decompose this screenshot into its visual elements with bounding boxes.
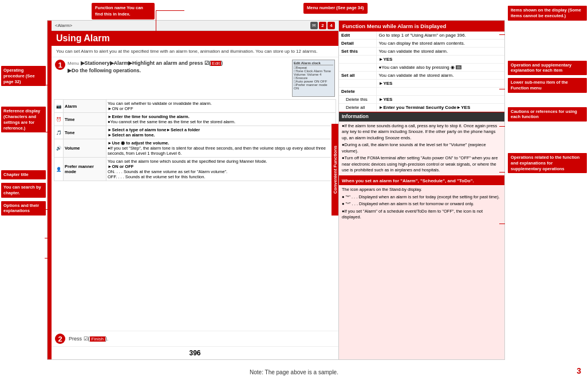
doc-table-area: 📷 Alarm You can set whether to validate … [52, 99, 338, 331]
menu-row-delete: Delete [339, 88, 504, 96]
menu-label-empty2 [339, 64, 376, 72]
row-icon: 🔊 [54, 139, 64, 158]
row-desc: ►Enter the time for sounding the alarm.●… [106, 113, 336, 126]
step2-row: 2 Press ☑(Finish). [52, 331, 338, 346]
phone-screen-mock: Edit Alarm clock □Repeat □Tone Clock Ala… [292, 60, 335, 97]
table-row: 👤 Prefer manner mode You can set the ala… [54, 158, 336, 181]
edit-button-icon: Edit [211, 61, 221, 66]
conn-search [45, 238, 52, 238]
page-number: 396 [52, 346, 338, 359]
when-bullet-1: ● "*" . . . Displayed when an alarm is s… [342, 194, 502, 201]
row-desc: ►Select a type of alarm tone►Select a fo… [106, 126, 336, 139]
when-set-alarm-intro: The icon appears on the Stand-by display… [342, 187, 502, 193]
step2-text: Press ☑(Finish). [69, 336, 108, 342]
left-annotations: Operating procedure (See page 32) Refere… [1, 66, 46, 216]
doc-intro: You can set Alarm to alert you at the sp… [52, 46, 338, 57]
conn-lower-sub [499, 126, 505, 127]
row-icon: 👤 [54, 158, 64, 181]
menu-desc-deleteall: ►Enter you Terminal Security Code►YES [376, 104, 504, 112]
table-row: 📷 Alarm You can set whether to validate … [54, 100, 336, 113]
alarm-tag: <Alarm> [55, 23, 72, 28]
annotation-chapter-title: Chapter title [1, 170, 46, 179]
doc-panel: <Alarm> ✉ 2 4 Using Alarm [52, 21, 338, 359]
row-label: Alarm [64, 100, 106, 113]
information-header: Information [339, 112, 504, 122]
row-desc: ►Use ◉ to adjust the volume.●If you set … [106, 139, 336, 158]
when-bullet-2: ● "^" . . . Displayed when an alarm is s… [342, 201, 502, 207]
menu-desc-deletethis: ►YES [376, 96, 504, 104]
connector-v1 [156, 10, 156, 39]
row-desc: You can set whether to validate or inval… [106, 100, 336, 113]
when-set-alarm-header: When you set an alarm for "Alarm", "Sche… [339, 177, 504, 185]
step1-text: Menu ▶Stationery▶Alarm▶Highlight an alar… [68, 60, 290, 74]
menu-label-setall: Set all [339, 72, 376, 80]
menu-desc-setthis: You can validate the stored alarm. [376, 48, 504, 56]
annotation-lower-sub-menu: Lower sub-menu item of the Function menu [508, 78, 587, 93]
menu-label-setthis: Set this [339, 48, 376, 56]
icon-envelope: ✉ [310, 22, 318, 29]
menu-desc-setall: You can validate all the stored alarm. [376, 72, 504, 80]
table-row: 🔊 Volume ►Use ◉ to adjust the volume.●If… [54, 139, 336, 158]
main-content-area: <Alarm> ✉ 2 4 Using Alarm [47, 20, 505, 360]
annotation-search-by-chapter: You can search by chapter. [1, 183, 46, 198]
info-bullet-3: ●Turn off the FOMA terminal after settin… [342, 155, 502, 174]
step2-number: 2 [55, 334, 65, 344]
menu-desc-delete [376, 88, 504, 96]
icon-4: 4 [327, 22, 335, 29]
step1-number: 1 [55, 60, 65, 70]
connector-h1 [156, 10, 184, 11]
menu-label-deleteall: Delete all [339, 104, 376, 112]
table-row: ⏰ Time ►Enter the time for sounding the … [54, 113, 336, 126]
menu-label-delete: Delete [339, 88, 376, 96]
menu-label-edit: Edit [339, 32, 376, 40]
menu-row-edit: Edit Go to step 1 of "Using Alarm" on pa… [339, 32, 504, 40]
bottom-note: Note: The page above is a sample. [0, 369, 588, 375]
row-label: Tone [64, 126, 106, 139]
annotation-operation-explanation: Operation and supplementary explanation … [508, 61, 587, 76]
annotation-options: Options and their explanations [1, 201, 46, 216]
page-container: Operating procedure (See page 32) Refere… [0, 0, 588, 380]
menu-desc-also: ●You can validate also by pressing ◉ m [376, 64, 504, 72]
page-number-br: 3 [577, 366, 581, 375]
annotation-cautions: Cautions or references for using each fu… [508, 107, 587, 122]
doc-title: Using Alarm [56, 33, 110, 44]
menu-row-detail: Detail You can display the stored alarm … [339, 40, 504, 48]
alarm-tag-row: <Alarm> ✉ 2 4 [52, 21, 338, 31]
annotation-items-shown: Items shown on the display (Some items c… [508, 6, 587, 21]
menu-row-setthis: Set this You can validate the stored ala… [339, 48, 504, 56]
menu-row-setthis-also: ●You can validate also by pressing ◉ m [339, 64, 504, 72]
when-bullet-3: ●If you set "Alarm" of a schedule event/… [342, 209, 502, 221]
annotation-reference-display: Reference display (Characters and settin… [1, 107, 46, 132]
conn-items [499, 34, 505, 35]
title-bar: Using Alarm [52, 31, 338, 46]
function-table: 📷 Alarm You can set whether to validate … [54, 99, 336, 181]
finish-button-icon: Finish [90, 336, 105, 342]
icon-2: 2 [319, 22, 326, 29]
annotation-menu-number: Menu number (See page 34) [303, 3, 368, 14]
menu-row-setall: Set all You can validate all the stored … [339, 72, 504, 80]
menu-row-deleteall: Delete all ►Enter you Terminal Security … [339, 104, 504, 112]
table-row: 🎵 Tone ►Select a type of alarm tone►Sele… [54, 126, 336, 139]
row-label: Prefer manner mode [64, 158, 106, 181]
convenient-functions-label: Convenient Functions [332, 124, 338, 216]
step1-row: 1 Menu ▶Stationery▶Alarm▶Highlight an al… [52, 57, 338, 99]
menu-label-empty [339, 56, 376, 64]
information-box: Information ●If the alarm tone sounds du… [339, 112, 504, 176]
row-icon: ⏰ [54, 113, 64, 126]
conn-cautions [499, 172, 505, 173]
conn-ops-related [499, 224, 505, 224]
function-menu-header: Function Menu while Alarm is Displayed [339, 21, 504, 32]
conn-oper-exp [499, 89, 505, 89]
annotation-operating-procedure: Operating procedure (See page 32) [1, 66, 46, 86]
menu-row-setall-yes: ►YES [339, 80, 504, 88]
function-menu-table: Edit Go to step 1 of "Using Alarm" on pa… [339, 32, 504, 112]
info-bullet-2: ●During a call, the alarm tone sounds at… [342, 142, 502, 154]
menu-row-setthis-yes: ►YES [339, 56, 504, 64]
menu-label-deletethis: Delete this [339, 96, 376, 104]
red-left-bar [48, 21, 52, 359]
menu-row-deletethis: Delete this ►YES [339, 96, 504, 104]
info-bullet-1: ●If the alarm tone sounds during a call,… [342, 123, 502, 142]
row-desc: You can set the alarm tone which sounds … [106, 158, 336, 181]
menu-label-detail: Detail [339, 40, 376, 48]
menu-desc-yes1: ►YES [376, 56, 504, 64]
